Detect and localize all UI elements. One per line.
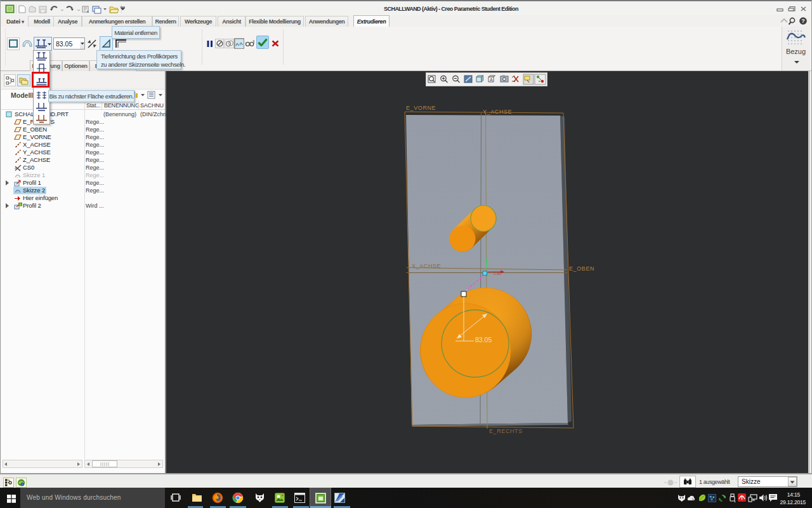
svg-text:E_OBEN: E_OBEN xyxy=(569,265,594,272)
svg-text:A: A xyxy=(490,77,493,82)
svg-text:83.05: 83.05 xyxy=(475,336,492,344)
svg-text:X_ACHSE: X_ACHSE xyxy=(412,263,441,269)
svg-text:E_VORNE: E_VORNE xyxy=(406,105,436,111)
svg-text:Y_ACHSE: Y_ACHSE xyxy=(483,109,512,115)
svg-text:CS0: CS0 xyxy=(494,271,502,276)
svg-text:E_RECHTS: E_RECHTS xyxy=(489,428,523,434)
svg-text:?: ? xyxy=(801,18,805,24)
